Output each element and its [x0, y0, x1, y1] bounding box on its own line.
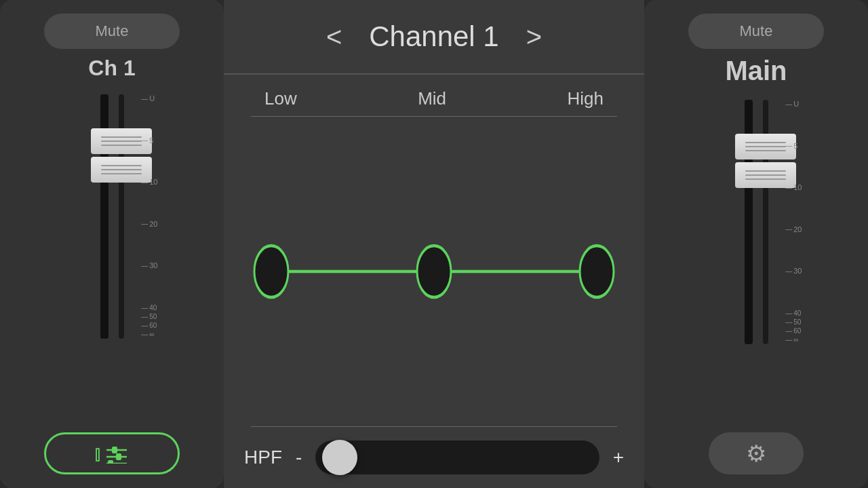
right-handle-lines-top	[745, 142, 786, 151]
eq-high-label: High	[568, 88, 604, 109]
left-fader-track[interactable]	[119, 94, 124, 339]
scale-mark-20: 20	[141, 220, 157, 228]
eq-button[interactable]: ⫿	[44, 432, 180, 474]
gear-button[interactable]: ⚙	[709, 432, 804, 474]
right-scale-mark-10: 10	[785, 183, 802, 191]
right-handle-line	[745, 146, 786, 147]
scale-mark-u: U	[141, 94, 157, 102]
hpf-minus-button[interactable]: -	[296, 447, 302, 468]
right-scale-mark-5: 5	[785, 142, 802, 150]
right-scale-mark-30: 30	[785, 267, 802, 275]
scale-mark-10: 10	[141, 178, 157, 186]
left-handle-line	[101, 136, 142, 138]
hpf-label: HPF	[244, 447, 282, 468]
right-panel: Mute Main	[644, 0, 868, 488]
left-handle-lines-bottom	[101, 165, 142, 174]
eq-nodes-svg[interactable]	[251, 117, 617, 426]
right-handle-line	[745, 170, 786, 172]
left-handle-line	[101, 140, 142, 142]
eq-graph[interactable]	[251, 117, 617, 426]
right-fader-section: U 5 10 20 30 40 50 60 ∞	[651, 100, 861, 426]
eq-mid-label: Mid	[418, 88, 446, 109]
right-handle-lines-bottom	[745, 170, 786, 180]
eq-area: Low Mid High HPF -	[224, 75, 644, 488]
right-scale-mark-u: U	[785, 100, 802, 108]
left-handle-lines-top	[101, 136, 142, 146]
svg-rect-3	[116, 453, 121, 460]
eq-low-node	[254, 246, 288, 297]
scale-mark-5: 5	[141, 136, 157, 145]
scale-mark-30: 30	[141, 261, 157, 269]
left-handle-line	[101, 145, 142, 146]
right-fader-container: U 5 10 20 30 40 50 60 ∞	[763, 100, 768, 344]
right-handle-line	[745, 142, 786, 143]
right-handle-line	[745, 150, 786, 151]
equalizer-sliders-icon	[103, 443, 130, 464]
hpf-slider-track[interactable]	[315, 440, 599, 474]
left-scale-marks: U 5 10 20 30 40 50 60 ∞	[141, 94, 157, 339]
eq-band-labels: Low Mid High	[224, 75, 644, 116]
hpf-section: HPF - +	[224, 427, 644, 488]
left-handle-line	[101, 169, 142, 170]
channel-header: < Channel 1 >	[224, 0, 644, 75]
svg-rect-5	[108, 460, 113, 464]
left-fader-container: U 5 10 20 30 40 50 60 ∞	[119, 94, 124, 339]
prev-channel-button[interactable]: <	[313, 15, 355, 59]
left-handle-line	[101, 173, 142, 174]
main-channel-label: Main	[725, 56, 787, 86]
equalizer-icon: ⫿	[94, 443, 103, 465]
channel-title: Channel 1	[369, 20, 498, 53]
svg-rect-1	[112, 447, 117, 453]
right-fader-track[interactable]	[763, 100, 768, 344]
eq-low-label: Low	[264, 88, 297, 109]
left-panel: Mute Ch 1	[0, 0, 224, 488]
right-handle-line	[745, 174, 786, 176]
eq-high-node	[580, 246, 614, 297]
gear-icon: ⚙	[746, 440, 766, 467]
hpf-slider-thumb[interactable]	[322, 440, 357, 475]
right-scale-mark-group: 40 50 60 ∞	[785, 309, 802, 344]
right-mute-button[interactable]: Mute	[688, 14, 824, 49]
right-scale-marks: U 5 10 20 30 40 50 60 ∞	[785, 100, 802, 344]
right-scale-mark-20: 20	[785, 225, 802, 233]
left-handle-line	[101, 165, 142, 166]
center-panel: < Channel 1 > Low Mid High H	[224, 0, 644, 488]
scale-mark-group: 40 50 60 ∞	[141, 303, 157, 339]
next-channel-button[interactable]: >	[513, 15, 555, 59]
left-fader-section: U 5 10 20 30 40 50 60 ∞	[7, 94, 217, 426]
hpf-plus-button[interactable]: +	[613, 447, 624, 468]
left-channel-label: Ch 1	[88, 56, 135, 81]
eq-mid-node	[417, 246, 451, 297]
right-handle-line	[745, 179, 786, 180]
left-mute-button[interactable]: Mute	[44, 14, 180, 49]
